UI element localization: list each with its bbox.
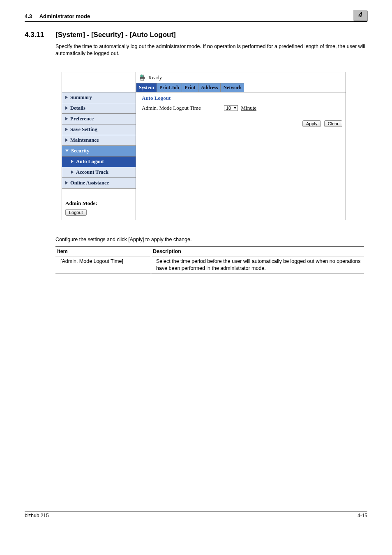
description-table: Item Description [Admin. Mode Logout Tim…: [55, 246, 364, 274]
select-value: 10: [226, 106, 231, 111]
footer-product: bizhub 215: [25, 513, 49, 518]
nav-auto-logout[interactable]: Auto Logout: [62, 157, 136, 167]
status-row: Ready: [136, 72, 346, 83]
section-ref: 4.3: [25, 13, 32, 19]
apply-button[interactable]: Apply: [302, 120, 321, 127]
page-header: 4.3 Administrator mode: [25, 12, 90, 19]
nav-label: Preference: [70, 116, 94, 122]
tab-print-job[interactable]: Print Job: [157, 83, 182, 92]
embedded-screenshot: Ready System Print Job Print Address Net…: [62, 72, 346, 220]
nav-maintenance[interactable]: Maintenance: [62, 135, 136, 146]
field-label: Admin. Mode Logout Time: [142, 105, 224, 111]
nav-label: Online Assistance: [70, 180, 109, 186]
chevron-right-icon: [65, 181, 68, 184]
unit-label: Minute: [241, 105, 257, 111]
nav-label: Save Setting: [70, 127, 97, 133]
chevron-right-icon: [65, 117, 68, 120]
printer-icon: [138, 74, 146, 81]
nav-details[interactable]: Details: [62, 103, 136, 114]
chevron-right-icon: [71, 170, 74, 174]
content-panel: Auto Logout Admin. Mode Logout Time 10 M…: [136, 92, 346, 220]
nav-save-setting[interactable]: Save Setting: [62, 124, 136, 135]
tab-bar: System Print Job Print Address Network: [136, 83, 346, 92]
status-text: Ready: [148, 74, 162, 81]
nav-label: Maintenance: [70, 137, 99, 143]
nav-summary[interactable]: Summary: [62, 92, 136, 103]
chevron-right-icon: [65, 96, 68, 99]
chevron-right-icon: [65, 106, 68, 110]
section-intro: Specify the time to automatically log ou…: [55, 43, 367, 57]
nav-label: Auto Logout: [76, 159, 104, 165]
th-description: Description: [151, 246, 364, 256]
nav-account-track[interactable]: Account Track: [62, 167, 136, 178]
dropdown-icon: [233, 107, 237, 109]
configure-instruction: Configure the settings and click [Apply]…: [55, 237, 367, 242]
clear-button[interactable]: Clear: [324, 120, 342, 127]
nav-online-assistance[interactable]: Online Assistance: [62, 178, 136, 189]
section-title: [System] - [Security] - [Auto Logout]: [55, 31, 176, 39]
tab-print[interactable]: Print: [182, 83, 198, 92]
td-item: [Admin. Mode Logout Time]: [55, 256, 151, 274]
chevron-down-icon: [65, 150, 69, 152]
page-footer: bizhub 215 4-15: [25, 511, 367, 518]
nav-label: Summary: [70, 94, 92, 101]
section-number: 4.3.11: [25, 31, 55, 39]
nav-preference[interactable]: Preference: [62, 114, 136, 124]
td-description: Select the time period before the user w…: [151, 256, 364, 274]
screenshot-top-left: [62, 72, 136, 92]
chevron-right-icon: [65, 138, 68, 142]
logout-time-select[interactable]: 10: [224, 105, 238, 111]
nav-security[interactable]: Security: [62, 146, 136, 157]
section-label: Administrator mode: [39, 13, 90, 19]
logout-button[interactable]: Logout: [65, 209, 87, 216]
sidebar-nav: Summary Details Preference Save Setting …: [62, 92, 136, 220]
nav-label: Account Track: [76, 169, 108, 175]
chevron-right-icon: [65, 128, 68, 131]
svg-point-3: [141, 74, 143, 77]
content-title: Auto Logout: [142, 95, 342, 101]
tab-network[interactable]: Network: [220, 83, 244, 92]
header-rule: [25, 21, 367, 22]
nav-label: Security: [71, 148, 89, 154]
table-row: [Admin. Mode Logout Time] Select the tim…: [55, 256, 364, 274]
footer-page: 4-15: [357, 513, 367, 518]
nav-label: Details: [70, 105, 85, 111]
admin-mode-label: Admin Mode:: [65, 200, 136, 207]
th-item: Item: [55, 246, 151, 256]
chapter-badge: 4: [353, 10, 367, 21]
tab-address[interactable]: Address: [198, 83, 221, 92]
svg-rect-2: [141, 78, 144, 81]
chevron-right-icon: [71, 160, 74, 163]
tab-system[interactable]: System: [136, 83, 157, 92]
